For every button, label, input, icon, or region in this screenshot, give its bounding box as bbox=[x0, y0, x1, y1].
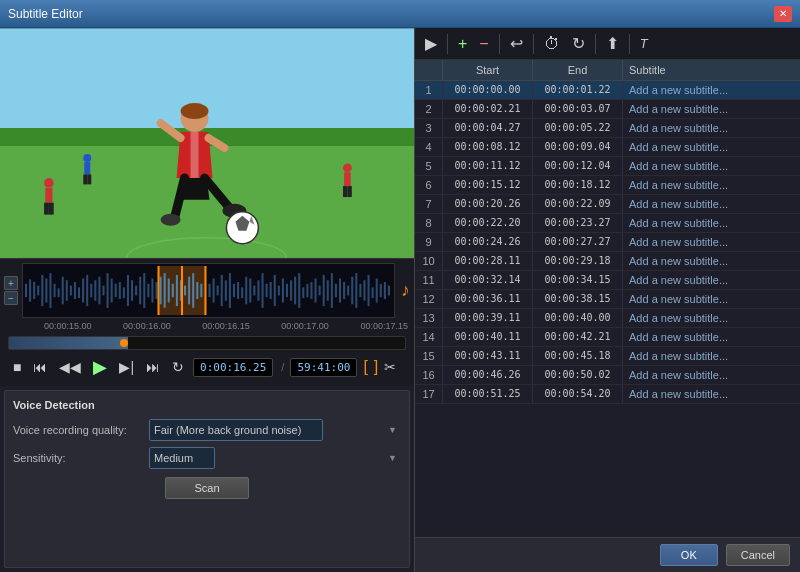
bracket-right-button[interactable]: ] bbox=[374, 358, 378, 376]
row-subtitle[interactable]: Add a new subtitle... bbox=[623, 195, 800, 213]
svg-rect-69 bbox=[168, 278, 170, 302]
title-bar: Subtitle Editor ✕ bbox=[0, 0, 800, 28]
row-subtitle[interactable]: Add a new subtitle... bbox=[623, 290, 800, 308]
row-num: 3 bbox=[415, 119, 443, 137]
svg-point-18 bbox=[181, 103, 209, 119]
svg-rect-37 bbox=[49, 273, 51, 308]
row-subtitle[interactable]: Add a new subtitle... bbox=[623, 176, 800, 194]
table-row[interactable]: 14 00:00:40.11 00:00:42.21 Add a new sub… bbox=[415, 328, 800, 347]
row-num: 6 bbox=[415, 176, 443, 194]
table-row[interactable]: 1 00:00:00.00 00:00:01.22 Add a new subt… bbox=[415, 81, 800, 100]
quality-select[interactable]: Low Fair (More back ground noise) Good H… bbox=[149, 419, 323, 441]
row-subtitle[interactable]: Add a new subtitle... bbox=[623, 119, 800, 137]
duration-sep: / bbox=[281, 361, 284, 373]
row-subtitle[interactable]: Add a new subtitle... bbox=[623, 385, 800, 403]
zoom-out-button[interactable]: − bbox=[4, 291, 18, 305]
row-num: 1 bbox=[415, 81, 443, 99]
toolbar-clock-button[interactable]: ⏱ bbox=[540, 33, 564, 55]
svg-rect-117 bbox=[363, 280, 365, 300]
close-button[interactable]: ✕ bbox=[774, 6, 792, 22]
table-row[interactable]: 13 00:00:39.11 00:00:40.00 Add a new sub… bbox=[415, 309, 800, 328]
toolbar-return-button[interactable]: ↩ bbox=[506, 32, 527, 55]
row-subtitle[interactable]: Add a new subtitle... bbox=[623, 366, 800, 384]
time-mark-3: 00:00:16.15 bbox=[202, 321, 250, 331]
svg-rect-61 bbox=[147, 284, 149, 297]
step-forward-button[interactable]: ▶| bbox=[116, 358, 137, 376]
toolbar-export-button[interactable]: ⬆ bbox=[602, 32, 623, 55]
row-subtitle[interactable]: Add a new subtitle... bbox=[623, 214, 800, 232]
sensitivity-select[interactable]: Low Medium High bbox=[149, 447, 215, 469]
svg-rect-59 bbox=[139, 277, 141, 305]
prev-button[interactable]: ⏮ bbox=[30, 358, 50, 376]
svg-rect-79 bbox=[209, 284, 211, 297]
row-end: 00:00:22.09 bbox=[533, 195, 623, 213]
row-subtitle[interactable]: Add a new subtitle... bbox=[623, 252, 800, 270]
table-row[interactable]: 7 00:00:20.26 00:00:22.09 Add a new subt… bbox=[415, 195, 800, 214]
row-subtitle[interactable]: Add a new subtitle... bbox=[623, 309, 800, 327]
row-subtitle[interactable]: Add a new subtitle... bbox=[623, 81, 800, 99]
row-subtitle[interactable]: Add a new subtitle... bbox=[623, 347, 800, 365]
svg-rect-110 bbox=[335, 284, 337, 297]
row-subtitle[interactable]: Add a new subtitle... bbox=[623, 138, 800, 156]
table-row[interactable]: 2 00:00:02.21 00:00:03.07 Add a new subt… bbox=[415, 100, 800, 119]
svg-rect-58 bbox=[135, 286, 137, 296]
table-row[interactable]: 5 00:00:11.12 00:00:12.04 Add a new subt… bbox=[415, 157, 800, 176]
next-button[interactable]: ⏭ bbox=[143, 358, 163, 376]
toolbar-separator-4 bbox=[595, 34, 596, 54]
time-ruler: 00:00:15.00 00:00:16.00 00:00:16.15 00:0… bbox=[4, 318, 410, 334]
table-body[interactable]: 1 00:00:00.00 00:00:01.22 Add a new subt… bbox=[415, 81, 800, 537]
loop-button[interactable]: ↻ bbox=[169, 358, 187, 376]
row-subtitle[interactable]: Add a new subtitle... bbox=[623, 233, 800, 251]
duration-display: 59:41:00 bbox=[290, 358, 357, 377]
svg-rect-98 bbox=[286, 284, 288, 297]
quality-label: Voice recording quality: bbox=[13, 424, 143, 436]
row-num: 17 bbox=[415, 385, 443, 403]
svg-rect-90 bbox=[253, 286, 255, 296]
row-subtitle[interactable]: Add a new subtitle... bbox=[623, 157, 800, 175]
row-end: 00:00:09.04 bbox=[533, 138, 623, 156]
table-row[interactable]: 12 00:00:36.11 00:00:38.15 Add a new sub… bbox=[415, 290, 800, 309]
svg-rect-120 bbox=[376, 278, 378, 302]
table-row[interactable]: 16 00:00:46.26 00:00:50.02 Add a new sub… bbox=[415, 366, 800, 385]
table-row[interactable]: 6 00:00:15.12 00:00:18.12 Add a new subt… bbox=[415, 176, 800, 195]
table-row[interactable]: 11 00:00:32.14 00:00:34.15 Add a new sub… bbox=[415, 271, 800, 290]
zoom-in-button[interactable]: + bbox=[4, 276, 18, 290]
row-start: 00:00:22.20 bbox=[443, 214, 533, 232]
row-subtitle[interactable]: Add a new subtitle... bbox=[623, 328, 800, 346]
row-subtitle[interactable]: Add a new subtitle... bbox=[623, 100, 800, 118]
table-row[interactable]: 10 00:00:28.11 00:00:29.18 Add a new sub… bbox=[415, 252, 800, 271]
table-row[interactable]: 15 00:00:43.11 00:00:45.18 Add a new sub… bbox=[415, 347, 800, 366]
row-start: 00:00:15.12 bbox=[443, 176, 533, 194]
svg-rect-70 bbox=[172, 284, 174, 297]
table-row[interactable]: 17 00:00:51.25 00:00:54.20 Add a new sub… bbox=[415, 385, 800, 404]
bracket-left-button[interactable]: [ bbox=[363, 358, 367, 376]
svg-rect-63 bbox=[155, 282, 157, 299]
cancel-button[interactable]: Cancel bbox=[726, 544, 790, 566]
waveform-container[interactable] bbox=[22, 263, 395, 318]
mini-timeline[interactable] bbox=[8, 336, 406, 350]
rewind-button[interactable]: ◀◀ bbox=[56, 358, 84, 376]
svg-rect-77 bbox=[200, 284, 202, 297]
toolbar-add-button[interactable]: + bbox=[454, 33, 471, 55]
row-end: 00:00:12.04 bbox=[533, 157, 623, 175]
svg-rect-55 bbox=[123, 287, 125, 298]
table-row[interactable]: 4 00:00:08.12 00:00:09.04 Add a new subt… bbox=[415, 138, 800, 157]
play-button[interactable]: ▶ bbox=[90, 355, 110, 379]
svg-rect-52 bbox=[111, 278, 113, 302]
row-subtitle[interactable]: Add a new subtitle... bbox=[623, 271, 800, 289]
toolbar-text-button[interactable]: T bbox=[636, 34, 652, 53]
ok-button[interactable]: OK bbox=[660, 544, 718, 566]
scissors-button[interactable]: ✂ bbox=[384, 359, 396, 375]
svg-rect-6 bbox=[45, 188, 52, 203]
table-row[interactable]: 3 00:00:04.27 00:00:05.22 Add a new subt… bbox=[415, 119, 800, 138]
svg-rect-86 bbox=[237, 282, 239, 299]
scan-button[interactable]: Scan bbox=[165, 477, 248, 499]
toolbar-remove-button[interactable]: − bbox=[475, 33, 492, 55]
toolbar-play-button[interactable]: ▶ bbox=[421, 32, 441, 55]
table-row[interactable]: 8 00:00:22.20 00:00:23.27 Add a new subt… bbox=[415, 214, 800, 233]
table-row[interactable]: 9 00:00:24.26 00:00:27.27 Add a new subt… bbox=[415, 233, 800, 252]
row-num: 4 bbox=[415, 138, 443, 156]
toolbar-refresh-button[interactable]: ↻ bbox=[568, 32, 589, 55]
row-start: 00:00:39.11 bbox=[443, 309, 533, 327]
stop-button[interactable]: ■ bbox=[10, 358, 24, 376]
